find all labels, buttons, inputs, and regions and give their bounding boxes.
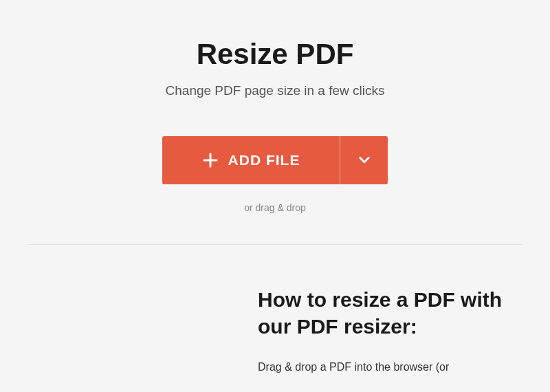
howto-paragraph: Drag & drop a PDF into the browser (or bbox=[258, 359, 522, 375]
page-title: Resize PDF bbox=[0, 38, 550, 71]
upload-options-dropdown-button[interactable] bbox=[340, 136, 388, 184]
howto-title: How to resize a PDF with our PDF resizer… bbox=[258, 286, 522, 340]
hero-section: Resize PDF Change PDF page size in a few… bbox=[0, 38, 550, 244]
upload-button-group: ADD FILE bbox=[162, 136, 388, 184]
add-file-button[interactable]: ADD FILE bbox=[162, 136, 340, 184]
chevron-down-icon bbox=[357, 152, 372, 169]
page-subtitle: Change PDF page size in a few clicks bbox=[0, 83, 550, 98]
drag-drop-hint: or drag & drop bbox=[0, 202, 550, 213]
howto-section: How to resize a PDF with our PDF resizer… bbox=[0, 245, 550, 375]
main-container: Resize PDF Change PDF page size in a few… bbox=[0, 0, 550, 375]
plus-icon bbox=[202, 152, 219, 168]
howto-content: How to resize a PDF with our PDF resizer… bbox=[258, 286, 522, 375]
add-file-label: ADD FILE bbox=[228, 152, 300, 168]
